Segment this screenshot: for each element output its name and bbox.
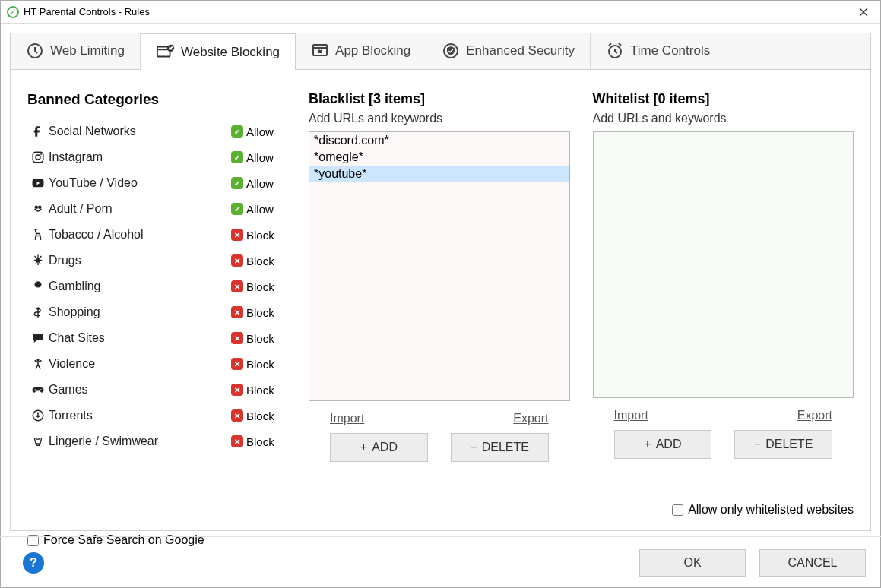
block-icon: ✕: [231, 229, 243, 241]
tab-bar: Web Limiting Website Blocking App Blocki…: [10, 33, 871, 69]
tab-enhanced-security[interactable]: Enhanced Security: [426, 33, 591, 69]
allow-icon: ✓: [231, 125, 243, 138]
category-row[interactable]: Lingerie / Swimwear✕Block: [27, 432, 286, 451]
status-badge[interactable]: ✓Allow: [231, 151, 286, 164]
titlebar: HT Parental Controls - Rules: [1, 1, 880, 24]
status-badge[interactable]: ✕Block: [231, 306, 286, 319]
category-label: Instagram: [49, 150, 231, 164]
window-title: HT Parental Controls - Rules: [24, 6, 150, 17]
category-icon: [27, 254, 49, 267]
add-label: ADD: [656, 438, 682, 451]
clock-web-icon: [26, 42, 44, 60]
category-label: Tobacco / Alcohol: [49, 228, 231, 242]
status-badge[interactable]: ✕Block: [231, 280, 286, 293]
content-pane: Banned Categories Social Networks✓AllowI…: [10, 69, 871, 531]
category-icon: [27, 357, 49, 371]
status-badge[interactable]: ✓Allow: [231, 125, 286, 138]
status-badge[interactable]: ✓Allow: [231, 203, 286, 216]
block-icon: ✕: [231, 358, 243, 370]
status-badge[interactable]: ✕Block: [231, 254, 286, 267]
svg-point-10: [36, 155, 40, 160]
category-icon: [27, 409, 49, 422]
alarm-icon: [606, 42, 624, 60]
category-label: Torrents: [49, 409, 231, 422]
minus-icon: −: [470, 441, 477, 454]
only-whitelist-checkbox[interactable]: [672, 504, 683, 516]
close-icon: [859, 8, 868, 17]
category-row[interactable]: Instagram✓Allow: [27, 147, 286, 167]
whitelist-export-link[interactable]: Export: [797, 409, 832, 422]
category-label: Adult / Porn: [49, 202, 231, 216]
website-block-icon: [157, 43, 175, 62]
whitelist-delete-button[interactable]: −DELETE: [734, 430, 832, 459]
status-text: Allow: [246, 177, 274, 190]
category-label: Chat Sites: [49, 331, 231, 345]
category-icon: [27, 125, 49, 138]
tab-label: Time Controls: [630, 43, 710, 58]
list-item[interactable]: *omegle*: [309, 149, 569, 166]
category-row[interactable]: Violence✕Block: [27, 354, 286, 374]
tab-app-blocking[interactable]: App Blocking: [296, 33, 426, 69]
tab-time-controls[interactable]: Time Controls: [591, 33, 725, 69]
app-logo-icon: [7, 6, 19, 18]
status-badge[interactable]: ✕Block: [231, 435, 286, 448]
category-row[interactable]: YouTube / Video✓Allow: [27, 173, 286, 193]
status-badge[interactable]: ✓Allow: [231, 177, 286, 190]
category-label: Drugs: [49, 254, 231, 267]
category-row[interactable]: Games✕Block: [27, 380, 286, 400]
svg-point-14: [38, 206, 42, 210]
ok-button[interactable]: OK: [639, 549, 746, 577]
svg-point-13: [35, 206, 39, 210]
status-badge[interactable]: ✕Block: [231, 358, 286, 371]
blacklist-import-link[interactable]: Import: [330, 412, 364, 425]
categories-title: Banned Categories: [27, 91, 286, 108]
block-icon: ✕: [231, 409, 243, 422]
category-row[interactable]: Torrents✕Block: [27, 406, 286, 425]
plus-icon: +: [360, 441, 367, 454]
category-row[interactable]: Tobacco / Alcohol✕Block: [27, 225, 286, 245]
cancel-button[interactable]: CANCEL: [759, 549, 866, 577]
status-badge[interactable]: ✕Block: [231, 332, 286, 345]
whitelist-title: Whitelist [0 items]: [593, 91, 854, 107]
blacklist-export-link[interactable]: Export: [513, 412, 548, 425]
status-text: Allow: [246, 125, 274, 138]
category-row[interactable]: Social Networks✓Allow: [27, 122, 286, 141]
category-row[interactable]: Adult / Porn✓Allow: [27, 199, 286, 219]
close-button[interactable]: [853, 2, 874, 23]
category-row[interactable]: Gambling✕Block: [27, 277, 286, 296]
tab-label: Web Limiting: [50, 43, 125, 58]
list-item[interactable]: *discord.com*: [309, 132, 569, 149]
shield-icon: [442, 42, 460, 60]
svg-point-17: [39, 390, 40, 392]
tab-label: App Blocking: [335, 43, 410, 58]
status-text: Block: [246, 332, 274, 345]
category-label: Games: [49, 383, 231, 397]
whitelist-listbox[interactable]: [593, 131, 854, 398]
footer: ? OK CANCEL: [0, 536, 881, 588]
tab-web-limiting[interactable]: Web Limiting: [11, 33, 141, 69]
blacklist-delete-button[interactable]: −DELETE: [451, 433, 549, 462]
status-text: Allow: [246, 151, 274, 164]
category-row[interactable]: Shopping✕Block: [27, 302, 286, 322]
status-badge[interactable]: ✕Block: [231, 229, 286, 242]
whitelist-add-button[interactable]: +ADD: [614, 430, 712, 459]
tab-website-blocking[interactable]: Website Blocking: [141, 33, 296, 70]
status-text: Block: [246, 384, 274, 397]
blacklist-add-button[interactable]: +ADD: [330, 433, 428, 462]
whitelist-import-link[interactable]: Import: [614, 409, 648, 422]
minus-icon: −: [754, 438, 761, 451]
status-text: Block: [246, 358, 274, 371]
category-label: Violence: [49, 357, 231, 371]
only-whitelist-label: Allow only whitelisted websites: [688, 503, 854, 517]
status-badge[interactable]: ✕Block: [231, 409, 286, 422]
status-badge[interactable]: ✕Block: [231, 384, 286, 397]
category-row[interactable]: Chat Sites✕Block: [27, 328, 286, 348]
blacklist-listbox[interactable]: *discord.com**omegle**youtube*: [309, 131, 570, 401]
block-icon: ✕: [231, 254, 243, 267]
help-button[interactable]: ?: [23, 552, 44, 574]
tab-label: Enhanced Security: [466, 43, 575, 58]
list-item[interactable]: *youtube*: [309, 166, 569, 182]
category-icon: [27, 383, 49, 397]
whitelist-desc: Add URLs and keywords: [593, 112, 854, 125]
category-row[interactable]: Drugs✕Block: [27, 251, 286, 270]
